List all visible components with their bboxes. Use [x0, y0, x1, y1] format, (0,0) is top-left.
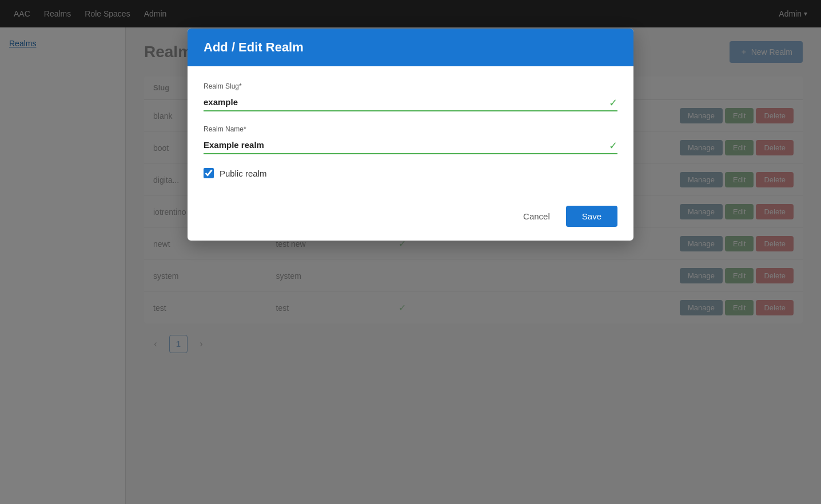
slug-input-wrap: ✓ [204, 94, 617, 111]
modal: Add / Edit Realm Realm Slug* ✓ Realm Nam… [188, 29, 633, 241]
cancel-button[interactable]: Cancel [514, 206, 559, 227]
modal-header: Add / Edit Realm [188, 29, 633, 66]
name-check-icon: ✓ [609, 139, 617, 152]
modal-footer: Cancel Save [188, 206, 633, 241]
slug-check-icon: ✓ [609, 97, 617, 109]
modal-overlay[interactable]: Add / Edit Realm Realm Slug* ✓ Realm Nam… [0, 0, 821, 504]
public-realm-row: Public realm [204, 168, 617, 178]
slug-input[interactable] [204, 94, 617, 111]
name-form-group: Realm Name* ✓ [204, 125, 617, 154]
save-button[interactable]: Save [566, 206, 617, 227]
public-realm-checkbox[interactable] [204, 168, 214, 178]
name-label: Realm Name* [204, 125, 617, 133]
name-input[interactable] [204, 137, 617, 154]
slug-form-group: Realm Slug* ✓ [204, 82, 617, 111]
modal-body: Realm Slug* ✓ Realm Name* ✓ Public realm [188, 66, 633, 206]
public-realm-label[interactable]: Public realm [220, 169, 267, 178]
slug-label: Realm Slug* [204, 82, 617, 90]
modal-title: Add / Edit Realm [204, 40, 617, 55]
name-input-wrap: ✓ [204, 137, 617, 154]
